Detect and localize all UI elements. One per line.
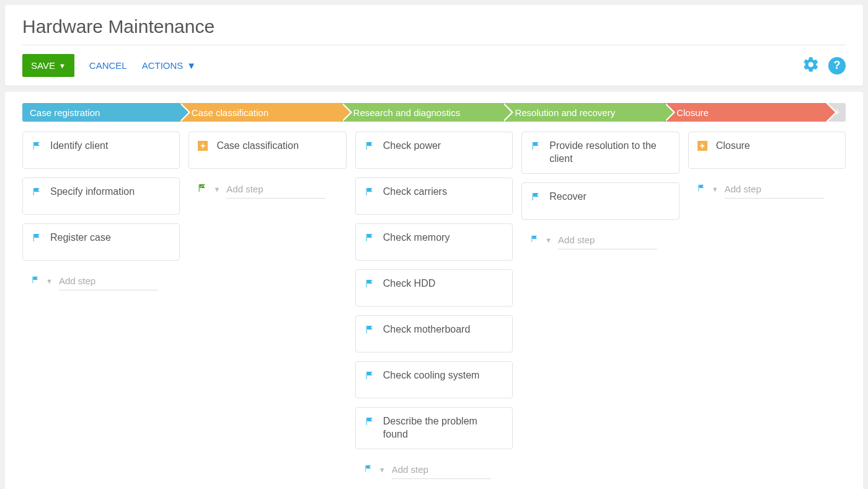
stage-tab[interactable]: Closure [664,103,826,122]
step-card-label: Closure [716,140,750,153]
add-step-row: ▼ [355,458,513,479]
flag-icon [365,141,374,153]
step-card[interactable]: Provide resolution to the client [521,132,679,174]
step-card-label: Check carriers [383,186,447,199]
step-card[interactable]: Check carriers [355,177,513,215]
flag-icon [365,233,374,245]
stage-column: Check powerCheck carriersCheck memoryChe… [355,132,513,479]
actions-button-label: ACTIONS [142,60,184,71]
step-card-label: Check cooling system [383,369,480,382]
caret-down-icon[interactable]: ▼ [213,186,220,193]
stage-column: Identify clientSpecify informationRegist… [22,132,180,290]
step-card[interactable]: Recover [521,182,679,220]
step-card[interactable]: +Closure [688,132,846,169]
add-step-input[interactable] [725,180,824,199]
flag-icon [365,370,374,383]
flag-icon [32,233,42,245]
stage-column: Provide resolution to the clientRecover▼ [521,132,679,249]
step-card[interactable]: Check memory [355,223,513,261]
step-card-label: Recover [549,191,587,204]
step-card-label: Specify information [50,186,135,199]
stage-tab[interactable]: Resolution and recovery [502,103,664,122]
caret-down-icon: ▼ [187,60,196,71]
step-card[interactable]: Register case [22,223,180,261]
step-card[interactable]: Check HDD [355,269,513,307]
flag-icon [365,325,374,337]
flag-icon [365,279,374,291]
step-card-label: Check power [383,140,441,153]
stage-column: +Case classification▼ [188,132,346,199]
flag-icon [32,187,42,199]
page-title: Hardware Maintenance [22,16,846,45]
caret-down-icon[interactable]: ▼ [46,277,53,285]
save-button[interactable]: SAVE ▼ [22,54,74,77]
add-step-input[interactable] [226,180,326,199]
step-card[interactable]: Identify client [22,132,180,169]
stage-tab[interactable]: Case classification [179,103,341,122]
gear-icon[interactable] [802,56,820,76]
save-button-label: SAVE [31,60,55,71]
flag-icon [531,141,541,153]
stage-tab[interactable]: Case registration [22,103,179,122]
step-card-label: Register case [50,231,111,244]
checkflag-icon[interactable] [197,183,207,195]
step-card[interactable]: Check cooling system [355,361,513,398]
step-card-label: Describe the problem found [383,415,503,441]
flag-icon [531,192,541,204]
step-card-label: Case classification [216,140,299,153]
step-card-label: Check memory [383,231,450,244]
step-card[interactable]: Specify information [22,177,180,215]
add-step-row: ▼ [688,177,846,199]
add-step-row: ▼ [22,269,180,290]
help-icon[interactable]: ? [828,57,846,74]
flag-icon[interactable] [31,276,40,287]
stage-tab[interactable]: Research and diagnostics [341,103,503,122]
caret-down-icon[interactable]: ▼ [545,236,552,244]
stage-label: Case classification [192,107,268,118]
plus-icon: + [698,141,707,151]
step-card[interactable]: +Case classification [188,132,346,169]
stage-column: +Closure▼ [688,132,846,199]
stage-label: Research and diagnostics [353,107,461,118]
flag-icon[interactable] [364,464,373,475]
step-card-label: Check motherboard [383,323,471,336]
step-card[interactable]: Check motherboard [355,315,513,352]
step-card-label: Check HDD [383,277,435,290]
cancel-button-label: CANCEL [89,60,127,71]
flag-icon [365,416,374,429]
add-step-input[interactable] [392,460,491,479]
flag-icon[interactable] [530,235,539,246]
stage-label: Resolution and recovery [515,107,615,118]
caret-down-icon[interactable]: ▼ [379,466,386,473]
step-card-label: Provide resolution to the client [549,140,670,166]
add-step-row: ▼ [188,177,346,199]
flag-icon [365,187,374,199]
plus-icon: + [198,141,208,151]
add-step-input[interactable] [59,272,158,290]
stage-label: Closure [676,107,709,118]
caret-down-icon: ▼ [59,62,66,70]
caret-down-icon[interactable]: ▼ [712,186,719,193]
stage-label: Case registration [30,107,100,118]
add-step-input[interactable] [558,231,657,249]
actions-button[interactable]: ACTIONS ▼ [142,60,197,71]
step-card-label: Identify client [50,140,108,153]
flag-icon[interactable] [697,184,706,195]
step-card[interactable]: Check power [355,132,513,169]
step-card[interactable]: Describe the problem found [355,407,513,449]
flag-icon [32,141,42,153]
add-step-row: ▼ [521,228,679,249]
cancel-button[interactable]: CANCEL [89,60,127,71]
